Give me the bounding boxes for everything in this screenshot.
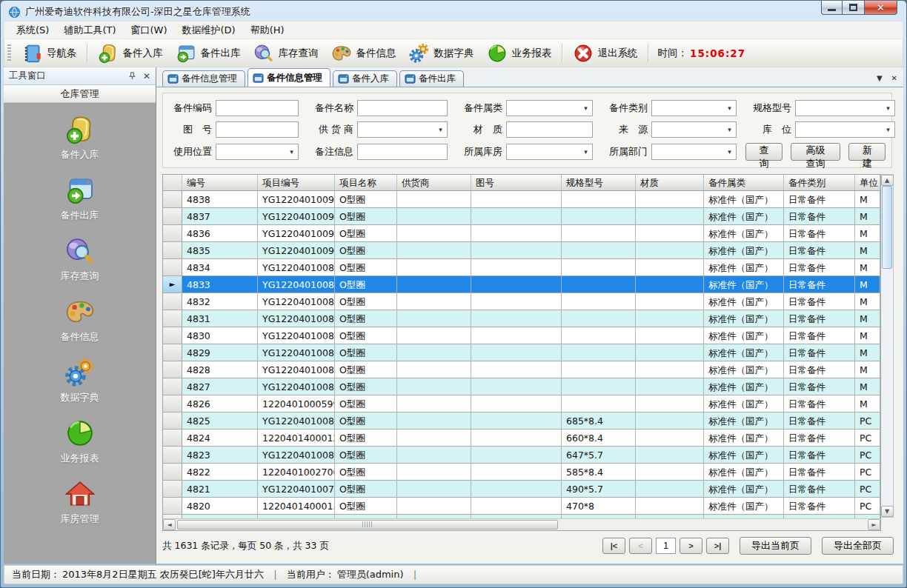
- tab-item[interactable]: 备件信息管理: [162, 70, 245, 87]
- vertical-scroll-track[interactable]: [881, 186, 893, 506]
- column-header[interactable]: 供货商: [397, 175, 471, 190]
- table-row[interactable]: 4838YG12204010093O型圈标准件（国产）日常备件M: [163, 191, 880, 208]
- table-row[interactable]: ►4833YG12204010088O型圈标准件（国产）日常备件M: [163, 276, 880, 293]
- column-header[interactable]: 编号: [182, 175, 258, 190]
- horizontal-scroll-thumb[interactable]: [177, 520, 558, 529]
- last-page-button[interactable]: >|: [706, 538, 729, 554]
- tab-item-active[interactable]: 备件信息管理: [247, 68, 330, 87]
- table-row[interactable]: 48221220401002700O型圈585*8.4标准件（国产）日常备件PC: [163, 464, 880, 481]
- vertical-scrollbar[interactable]: ▲ ▼: [881, 174, 894, 518]
- maximize-button[interactable]: [843, 1, 864, 15]
- sidebar-item-parts-outbound[interactable]: 备件出库: [32, 174, 128, 222]
- toolbar-button-data-dictionary[interactable]: 数据字典: [402, 40, 480, 67]
- scroll-up-icon[interactable]: ▲: [881, 175, 894, 186]
- toolbar-button-parts-inbound[interactable]: 备件入库: [91, 40, 169, 67]
- sidebar-item-warehouse[interactable]: 库房管理: [32, 478, 128, 526]
- sidebar-item-stock-query[interactable]: 库存查询: [32, 235, 128, 283]
- export-current-page-button[interactable]: 导出当前页: [740, 537, 811, 555]
- toolbar-button-parts-info[interactable]: 备件信息: [325, 40, 402, 67]
- table-row[interactable]: 4827YG12204010082O型圈标准件（国产）日常备件M: [163, 378, 880, 395]
- search-input[interactable]: [357, 100, 448, 116]
- menu-item[interactable]: 辅助工具(T): [56, 21, 123, 39]
- prev-page-button[interactable]: <: [629, 538, 652, 554]
- table-row[interactable]: 48241220401400012O型圈660*8.4标准件（国产）日常备件PC: [163, 430, 880, 447]
- table-row[interactable]: 4828YG12204010083O型圈标准件（国产）日常备件M: [163, 361, 880, 378]
- toolbar-button-exit-system[interactable]: 退出系统: [566, 40, 644, 67]
- search-combobox[interactable]: ▾: [651, 144, 737, 160]
- row-selector-cell[interactable]: [163, 361, 182, 378]
- row-selector-cell[interactable]: [163, 225, 182, 241]
- table-row[interactable]: 4837YG12204010092O型圈标准件（国产）日常备件M: [163, 208, 880, 225]
- table-row[interactable]: 4834YG12204010089O型圈标准件（国产）日常备件M: [163, 259, 880, 276]
- table-row[interactable]: 48261220401000599O型圈标准件（国产）日常备件M: [163, 395, 880, 412]
- row-selector-cell[interactable]: [163, 464, 182, 480]
- sidebar-close-icon[interactable]: ✕: [143, 71, 150, 81]
- first-page-button[interactable]: |<: [602, 538, 625, 554]
- toolbar-grip-icon[interactable]: [7, 44, 11, 62]
- row-selector-cell[interactable]: [163, 293, 182, 310]
- sidebar-section-warehouse[interactable]: 仓库管理: [4, 85, 156, 103]
- row-selector-cell[interactable]: [163, 395, 182, 412]
- row-selector-cell[interactable]: [163, 498, 182, 514]
- search-combobox[interactable]: ▾: [506, 100, 593, 116]
- menu-item[interactable]: 数据维护(D): [175, 21, 243, 39]
- row-selector-cell[interactable]: [163, 327, 182, 344]
- table-row[interactable]: 4835YG12204010090O型圈标准件（国产）日常备件M: [163, 242, 880, 259]
- table-row[interactable]: O型圈标准件（国产）日常备件: [163, 515, 880, 518]
- sidebar-item-parts-info[interactable]: 备件信息: [32, 295, 128, 344]
- toolbar-button-parts-outbound[interactable]: 备件出库: [169, 40, 247, 67]
- pin-icon[interactable]: [128, 72, 136, 80]
- scroll-down-icon[interactable]: ▼: [881, 506, 894, 517]
- toolbar-button-business-report[interactable]: 业务报表: [480, 40, 558, 67]
- table-row[interactable]: 4825YG12204010081O型圈685*8.4标准件（国产）日常备件PC: [163, 412, 880, 430]
- row-selector-cell[interactable]: [163, 208, 182, 224]
- row-selector-cell[interactable]: [163, 515, 182, 518]
- query-button[interactable]: 查询: [745, 143, 783, 161]
- table-row[interactable]: 4830YG12204010085O型圈标准件（国产）日常备件M: [163, 327, 880, 344]
- row-selector-cell[interactable]: [163, 412, 182, 429]
- row-selector-cell[interactable]: [163, 344, 182, 361]
- search-combobox[interactable]: ▾: [506, 144, 593, 160]
- search-input[interactable]: [216, 100, 299, 116]
- search-input[interactable]: [216, 121, 299, 138]
- column-header[interactable]: 项目编号: [258, 175, 335, 190]
- sidebar-item-parts-inbound[interactable]: 备件入库: [32, 113, 128, 161]
- sidebar-item-data-dictionary[interactable]: 数据字典: [32, 356, 128, 404]
- table-row[interactable]: 4836YG12204010091O型圈标准件（国产）日常备件M: [163, 225, 880, 242]
- column-header[interactable]: 备件属类: [704, 175, 784, 190]
- search-combobox[interactable]: ▾: [357, 121, 448, 138]
- column-header[interactable]: 项目名称: [335, 175, 397, 190]
- search-combobox[interactable]: ▾: [795, 121, 895, 138]
- row-selector-cell[interactable]: [163, 259, 182, 275]
- table-row[interactable]: 4832YG12204010087O型圈标准件（国产）日常备件M: [163, 293, 880, 310]
- column-header[interactable]: 备件类别: [784, 175, 855, 190]
- menu-item[interactable]: 系统(S): [9, 21, 56, 39]
- horizontal-scroll-track[interactable]: [176, 519, 868, 531]
- column-header[interactable]: 单位: [855, 175, 880, 190]
- tab-list-dropdown-icon[interactable]: ▼: [877, 74, 883, 82]
- row-selector-cell[interactable]: [163, 310, 182, 327]
- page-number-input[interactable]: [656, 538, 676, 554]
- search-input[interactable]: [357, 144, 448, 160]
- tab-close-icon[interactable]: ✕: [891, 74, 897, 82]
- row-selector-cell[interactable]: [163, 242, 182, 258]
- search-combobox[interactable]: ▾: [795, 100, 895, 116]
- menu-item[interactable]: 窗口(W): [124, 21, 175, 39]
- tab-item[interactable]: 备件入库: [333, 70, 397, 87]
- search-combobox[interactable]: ▾: [216, 144, 299, 160]
- column-header[interactable]: 图号: [471, 175, 562, 190]
- toolbar-button-navigator[interactable]: 导航条: [15, 40, 83, 67]
- row-selector-cell[interactable]: ►: [163, 276, 182, 293]
- horizontal-scrollbar[interactable]: ◄ ►: [163, 518, 880, 530]
- search-combobox[interactable]: ▾: [651, 100, 737, 116]
- advanced-query-button[interactable]: 高级查询: [791, 143, 841, 161]
- row-selector-cell[interactable]: [163, 378, 182, 395]
- minimize-button[interactable]: [821, 1, 843, 15]
- tab-item[interactable]: 备件出库: [399, 70, 464, 87]
- row-selector-cell[interactable]: [163, 430, 182, 446]
- export-all-pages-button[interactable]: 导出全部页: [822, 537, 894, 555]
- table-row[interactable]: 4823YG12204010080O型圈647*5.7标准件（国产）日常备件PC: [163, 447, 880, 464]
- search-input[interactable]: [506, 121, 593, 138]
- close-button[interactable]: ✕: [864, 1, 897, 15]
- table-row[interactable]: 48201220401400013O型圈470*8标准件（国产）日常备件PC: [163, 498, 880, 515]
